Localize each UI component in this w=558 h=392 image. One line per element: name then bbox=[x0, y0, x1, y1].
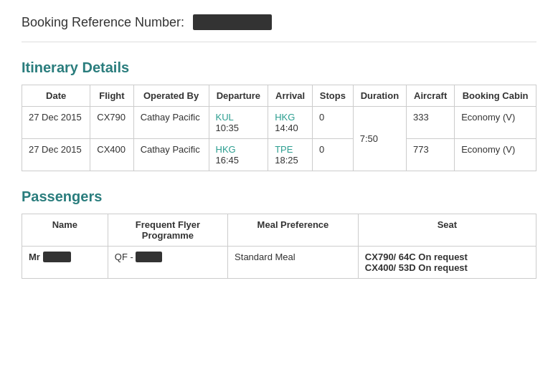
passengers-section: Passengers Name Frequent FlyerProgramme … bbox=[22, 188, 536, 279]
itinerary-operated-by: Cathay Pacific bbox=[133, 139, 209, 171]
col-duration: Duration bbox=[353, 85, 406, 107]
itinerary-title: Itinerary Details bbox=[22, 59, 536, 76]
col-flight: Flight bbox=[90, 85, 133, 107]
col-stops: Stops bbox=[313, 85, 354, 107]
ffp-number-redacted bbox=[136, 252, 161, 262]
col-meal: Meal Preference bbox=[228, 214, 359, 247]
itinerary-operated-by: Cathay Pacific bbox=[133, 107, 209, 139]
arrival-code: TPE bbox=[275, 144, 293, 155]
itinerary-aircraft: 333 bbox=[407, 107, 455, 139]
col-aircraft: Aircraft bbox=[407, 85, 455, 107]
departure-code: HKG bbox=[216, 144, 236, 155]
itinerary-departure: KUL10:35 bbox=[209, 107, 268, 139]
itinerary-date: 27 Dec 2015 bbox=[22, 107, 90, 139]
itinerary-aircraft: 773 bbox=[407, 139, 455, 171]
passenger-seat: CX790/ 64C On requestCX400/ 53D On reque… bbox=[358, 247, 536, 279]
passenger-name: Mr bbox=[22, 247, 108, 279]
itinerary-stops: 0 bbox=[313, 107, 354, 139]
col-arrival: Arrival bbox=[268, 85, 313, 107]
arrival-code: HKG bbox=[275, 112, 295, 123]
passengers-title: Passengers bbox=[22, 188, 536, 205]
passengers-table: Name Frequent FlyerProgramme Meal Prefer… bbox=[22, 214, 536, 279]
itinerary-table: Date Flight Operated By Departure Arriva… bbox=[22, 85, 536, 171]
col-ffp: Frequent FlyerProgramme bbox=[108, 214, 227, 247]
itinerary-duration: 7:50 bbox=[353, 107, 406, 171]
col-cabin: Booking Cabin bbox=[455, 85, 536, 107]
table-row: 27 Dec 2015CX790Cathay PacificKUL10:35HK… bbox=[22, 107, 536, 139]
col-departure: Departure bbox=[209, 85, 268, 107]
itinerary-flight: CX400 bbox=[90, 139, 133, 171]
itinerary-cabin: Economy (V) bbox=[455, 107, 536, 139]
col-seat: Seat bbox=[358, 214, 536, 247]
departure-code: KUL bbox=[216, 112, 234, 123]
booking-reference-value bbox=[193, 14, 272, 30]
booking-reference-section: Booking Reference Number: bbox=[22, 14, 536, 42]
booking-reference-label: Booking Reference Number: bbox=[22, 15, 184, 30]
passenger-ffp: QF - bbox=[108, 247, 227, 279]
itinerary-date: 27 Dec 2015 bbox=[22, 139, 90, 171]
passenger-name-redacted bbox=[43, 252, 72, 262]
itinerary-cabin: Economy (V) bbox=[455, 139, 536, 171]
itinerary-arrival: HKG14:40 bbox=[268, 107, 313, 139]
passenger-meal: Standard Meal bbox=[228, 247, 359, 279]
itinerary-stops: 0 bbox=[313, 139, 354, 171]
col-name: Name bbox=[22, 214, 108, 247]
itinerary-departure: HKG16:45 bbox=[209, 139, 268, 171]
itinerary-arrival: TPE18:25 bbox=[268, 139, 313, 171]
table-row: Mr QF - Standard MealCX790/ 64C On reque… bbox=[22, 247, 536, 279]
itinerary-flight: CX790 bbox=[90, 107, 133, 139]
col-date: Date bbox=[22, 85, 90, 107]
col-operated-by: Operated By bbox=[133, 85, 209, 107]
itinerary-section: Itinerary Details Date Flight Operated B… bbox=[22, 59, 536, 171]
table-row: 27 Dec 2015CX400Cathay PacificHKG16:45TP… bbox=[22, 139, 536, 171]
